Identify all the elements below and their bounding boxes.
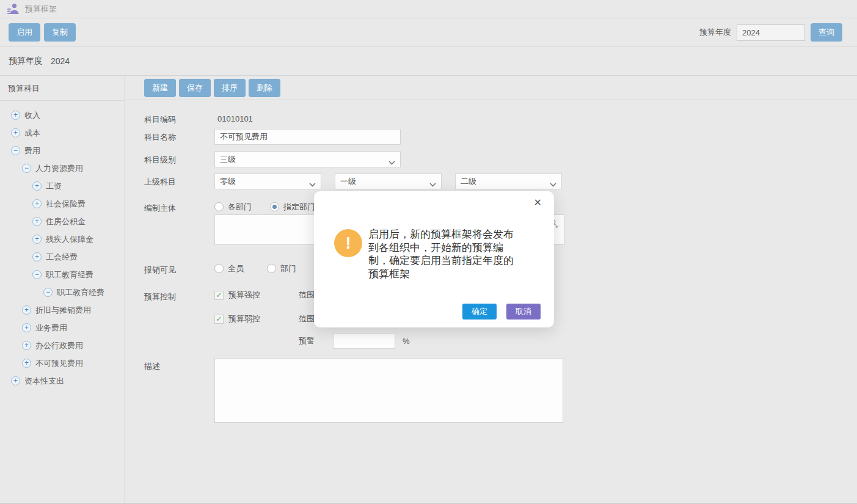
expand-icon[interactable]: +	[22, 341, 31, 350]
tree-item-label: 费用	[24, 145, 40, 156]
subject-level-select[interactable]: 三级	[214, 152, 401, 167]
copy-button[interactable]: 复制	[44, 23, 76, 42]
enable-button[interactable]: 启用	[9, 23, 40, 42]
sort-button[interactable]: 排序	[214, 79, 246, 97]
tree-item-label: 资本性支出	[24, 376, 64, 387]
tree-item[interactable]: +业务费用	[0, 319, 125, 337]
warning-percent-input[interactable]	[333, 333, 395, 349]
current-year-label: 预算年度	[9, 56, 43, 67]
expand-icon[interactable]: +	[22, 305, 31, 315]
tree-item[interactable]: +成本	[0, 124, 125, 142]
expand-icon[interactable]: +	[32, 252, 42, 261]
radio-option[interactable]: 部门	[267, 263, 296, 274]
radio-selected-icon[interactable]	[270, 202, 279, 211]
chevron-down-icon	[309, 180, 316, 189]
warning-unit: %	[403, 337, 410, 346]
tree-item[interactable]: +残疾人保障金	[0, 230, 125, 248]
tree-item[interactable]: +折旧与摊销费用	[0, 301, 125, 319]
parent-subject-select[interactable]: 一级	[335, 173, 442, 189]
expand-icon[interactable]: +	[32, 217, 42, 226]
reimburse-visible-label: 报销可见	[144, 261, 214, 276]
budget-control-label: 预算控制	[144, 288, 214, 349]
expand-icon[interactable]: +	[22, 359, 31, 368]
confirm-button[interactable]: 确定	[462, 304, 497, 320]
tree-item[interactable]: +资本性支出	[0, 372, 125, 390]
tree-item-label: 成本	[24, 128, 40, 139]
sidebar-title: 预算科目	[0, 76, 125, 101]
tree-item[interactable]: −职工教育经费	[0, 266, 125, 283]
collapse-icon[interactable]: −	[32, 270, 42, 279]
parent-subject-label: 上级科目	[144, 173, 214, 189]
tree-item-label: 社会保险费	[46, 199, 86, 210]
subject-name-label: 科目名称	[144, 129, 214, 145]
radio-option-label: 全员	[228, 263, 244, 274]
form-action-bar: 新建 保存 排序 删除	[125, 76, 857, 100]
tree-item-label: 人力资源费用	[35, 163, 83, 174]
chevron-down-icon	[550, 180, 556, 189]
tree-item-label: 业务费用	[35, 323, 67, 334]
subject-code-value: 01010101	[214, 111, 253, 125]
radio-option[interactable]: 各部门	[214, 202, 252, 213]
radio-option[interactable]: 指定部门	[270, 202, 315, 213]
subject-name-input[interactable]	[214, 129, 401, 145]
radio-unselected-icon[interactable]	[267, 264, 276, 273]
budget-control-option-label: 预算弱控	[228, 313, 299, 324]
budget-year-input[interactable]	[737, 24, 805, 41]
tree-item[interactable]: +工会经费	[0, 248, 125, 266]
tree-item[interactable]: +住房公积金	[0, 213, 125, 230]
tree-item[interactable]: +办公行政费用	[0, 337, 125, 354]
tree-item-label: 收入	[24, 110, 40, 121]
tree-item[interactable]: +收入	[0, 106, 125, 124]
tree-item[interactable]: −职工教育经费	[0, 283, 125, 301]
tree-item[interactable]: −费用	[0, 142, 125, 159]
expand-icon[interactable]: +	[32, 199, 42, 208]
cancel-button[interactable]: 取消	[506, 304, 541, 320]
radio-unselected-icon[interactable]	[214, 202, 224, 211]
app-header: 预算框架	[0, 0, 857, 18]
checkbox-checked-icon[interactable]: ✓	[214, 315, 224, 324]
query-button[interactable]: 查询	[811, 23, 842, 42]
budget-subject-tree: +收入+成本−费用−人力资源费用+工资+社会保险费+住房公积金+残疾人保障金+工…	[0, 101, 125, 390]
collapse-icon[interactable]: −	[22, 164, 31, 173]
expand-icon[interactable]: +	[11, 111, 20, 120]
expand-icon[interactable]: +	[32, 235, 42, 244]
tree-item[interactable]: +工资	[0, 177, 125, 195]
tree-item-label: 办公行政费用	[35, 340, 83, 351]
description-textarea[interactable]	[214, 358, 563, 423]
subject-level-label: 科目级别	[144, 152, 214, 167]
tree-item[interactable]: +不可预见费用	[0, 354, 125, 372]
range-label: 范围	[299, 290, 315, 301]
budget-year-label: 预算年度	[699, 27, 731, 38]
expand-icon[interactable]: +	[11, 376, 20, 385]
dialog-message: 启用后，新的预算框架将会发布到各组织中，开始新的预算编制，确定要启用当前指定年度…	[368, 228, 521, 280]
expand-icon[interactable]: +	[22, 323, 31, 332]
toolbar: 启用 复制 预算年度 查询	[0, 18, 857, 47]
budget-subject-sidebar: 预算科目 +收入+成本−费用−人力资源费用+工资+社会保险费+住房公积金+残疾人…	[0, 76, 125, 503]
radio-unselected-icon[interactable]	[214, 264, 224, 273]
parent-subject-selected-value: 零级	[220, 176, 236, 187]
warning-icon: !	[334, 229, 362, 257]
close-icon[interactable]: ✕	[534, 198, 542, 208]
collapse-icon[interactable]: −	[43, 288, 53, 297]
delete-button[interactable]: 删除	[249, 79, 280, 97]
tree-item-label: 不可预见费用	[35, 358, 83, 369]
tree-item[interactable]: +社会保险费	[0, 195, 125, 213]
radio-option-label: 指定部门	[283, 202, 315, 213]
subject-level-selected-value: 三级	[220, 154, 236, 165]
chevron-down-icon	[429, 180, 436, 189]
new-button[interactable]: 新建	[144, 79, 176, 97]
current-year-row: 预算年度 2024	[0, 47, 857, 76]
parent-subject-select[interactable]: 零级	[214, 173, 321, 189]
tree-item-label: 职工教育经费	[46, 269, 93, 280]
save-button[interactable]: 保存	[179, 79, 211, 97]
tree-item-label: 职工教育经费	[57, 287, 104, 298]
tree-item[interactable]: −人力资源费用	[0, 159, 125, 177]
collapse-icon[interactable]: −	[11, 146, 20, 155]
parent-subject-select[interactable]: 二级	[455, 173, 562, 189]
page-title: 预算框架	[25, 4, 57, 15]
expand-icon[interactable]: +	[32, 181, 42, 191]
checkbox-checked-icon[interactable]: ✓	[214, 291, 224, 300]
radio-option[interactable]: 全员	[214, 263, 244, 274]
expand-icon[interactable]: +	[11, 128, 20, 137]
budget-control-option-label: 预算强控	[228, 290, 299, 301]
